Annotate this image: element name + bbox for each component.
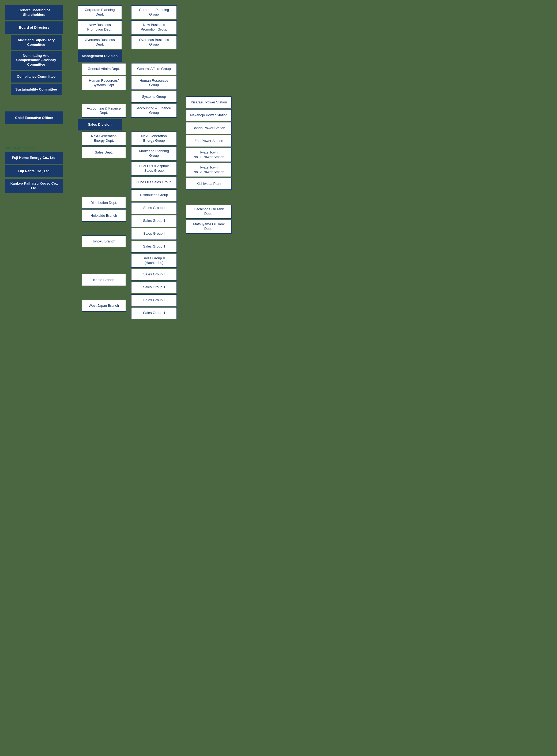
new-biz-dept-label: New Business Promotion Dept. xyxy=(87,23,113,32)
group-column: Corporate Planning Group New Business Pr… xyxy=(131,5,178,320)
audit-label: Audit and Supervisory Committee xyxy=(14,38,58,47)
kisarazu-box: Kisarazu Power Station xyxy=(186,96,232,108)
accounting-group-label: Accounting & Finance Group xyxy=(135,106,173,115)
hokkaido-sg2-box: Sales Group Ⅱ xyxy=(131,215,177,227)
kanto-sg2-label: Sales Group Ⅱ xyxy=(143,285,165,289)
group-companies-section: Group Companies Fuji Home Energy Co., Lt… xyxy=(5,146,63,193)
tohoku-sg3-box: Sales Group Ⅲ (Hachinohe) xyxy=(131,254,177,268)
fuel-oils-group-label: Fuel Oils & Asphalt Sales Group xyxy=(139,164,169,173)
next-gen-group-box: Next-Generation Energy Group xyxy=(131,132,177,145)
nominating-box: Nominating And Compensation Advisory Com… xyxy=(11,51,62,70)
iwate2-label: Iwate Town No. 2 Power Station xyxy=(193,165,225,174)
fuji-rental-box: Fuji Rental Co., Ltd. xyxy=(5,165,63,177)
kanto-branch-label: Kanto Branch xyxy=(93,278,114,282)
overseas-dept-label: Overseas Business Dept. xyxy=(81,38,118,47)
west-japan-branch-label: West Japan Branch xyxy=(89,304,119,308)
kisarazu-label: Kisarazu Power Station xyxy=(190,100,227,105)
tohoku-sg3-label: Sales Group Ⅲ (Hachinohe) xyxy=(143,256,166,265)
mgmt-div-box: Management Division xyxy=(78,50,122,62)
general-affairs-group-box: General Affairs Group xyxy=(131,63,177,75)
matsuyama-box: Matsuyama Oil Tank Depot xyxy=(186,220,232,233)
accounting-group-box: Accounting & Finance Group xyxy=(131,104,177,118)
compliance-box: Compliance Committee xyxy=(11,71,62,83)
sales-dept-label: Sales Dept. xyxy=(95,150,113,155)
tohoku-sg2-label: Sales Group Ⅱ xyxy=(143,244,165,249)
lube-group-box: Lube Oils Sales Group xyxy=(131,176,177,188)
org-chart: General Meeting of Shareholders Board of… xyxy=(5,5,552,326)
zao-box: Zao Power Station xyxy=(186,135,232,147)
tohoku-branch-label: Tohoku Branch xyxy=(92,239,115,244)
sales-div-box: Sales Division xyxy=(78,119,122,131)
hachinohe-box: Hachinohe Oil Tank Depot xyxy=(186,205,232,219)
spacer-tohoku xyxy=(78,248,123,274)
kankyo-box: Kankyo Kaihatsu Kogyo Co., Ltd. xyxy=(5,179,63,193)
sustainability-label: Sustainability Committee xyxy=(15,87,57,92)
marketing-group-label: Marketing Planning Group xyxy=(135,149,173,158)
tohoku-branch-box: Tohoku Branch xyxy=(82,235,126,247)
systems-group-label: Systems Group xyxy=(142,94,166,99)
corp-planning-group-box: Corporate Planning Group xyxy=(131,5,177,19)
fuel-oils-group-box: Fuel Oils & Asphalt Sales Group xyxy=(131,162,177,175)
shareholders-box: General Meeting of Shareholders xyxy=(5,5,63,20)
spacer-sales-groups xyxy=(78,159,123,197)
west-sg2-label: Sales Group Ⅱ xyxy=(143,311,165,315)
general-affairs-dept-label: General Affairs Dept. xyxy=(88,67,120,71)
corp-planning-dept-label: Corporate Planning Dept. xyxy=(81,8,118,17)
overseas-group-box: Overseas Business Group xyxy=(131,35,177,49)
spacer-hokkaido xyxy=(78,223,123,235)
nominating-label: Nominating And Compensation Advisory Com… xyxy=(14,54,58,67)
spacer-far-right-mid xyxy=(186,191,233,205)
west-sg1-box: Sales Group Ⅰ xyxy=(131,295,177,306)
ceo-label: Chief Executive Officer xyxy=(15,116,53,120)
nakanojo-box: Nakanojo Power Station xyxy=(186,109,232,121)
dept-column: Corporate Planning Dept. New Business Pr… xyxy=(78,5,123,326)
bando-box: Bando Power Station xyxy=(186,122,232,134)
kankyo-label: Kankyo Kaihatsu Kogyo Co., Ltd. xyxy=(9,181,59,191)
fuji-home-box: Fuji Home Energy Co., Ltd. xyxy=(5,152,63,164)
new-biz-dept-box: New Business Promotion Dept. xyxy=(78,20,122,34)
spacer-west xyxy=(78,313,123,326)
nakanojo-label: Nakanojo Power Station xyxy=(190,113,227,118)
fuji-rental-label: Fuji Rental Co., Ltd. xyxy=(18,169,50,174)
zao-label: Zao Power Station xyxy=(195,139,223,143)
kishiwada-label: Kishiwada Plant xyxy=(197,181,222,186)
kanto-branch-box: Kanto Branch xyxy=(82,274,126,286)
accounting-dept-box: Accounting & Finance Dept. xyxy=(82,104,126,118)
kishiwada-box: Kishiwada Plant xyxy=(186,178,232,190)
general-affairs-group-label: General Affairs Group xyxy=(137,67,171,71)
board-box: Board of Directors xyxy=(5,22,63,34)
sales-dept-box: Sales Dept. xyxy=(82,146,126,158)
mgmt-div-label: Management Division xyxy=(82,54,118,58)
tohoku-sg2-box: Sales Group Ⅱ xyxy=(131,241,177,253)
next-gen-dept-label: Next-Generation Energy Dept. xyxy=(91,134,116,143)
fuji-home-label: Fuji Home Energy Co., Ltd. xyxy=(12,156,56,160)
committees-group: Audit and Supervisory Committee Nominati… xyxy=(11,35,62,95)
accounting-dept-label: Accounting & Finance Dept. xyxy=(85,106,122,115)
spacer-mgmt-div-group xyxy=(131,50,178,63)
spacer-systems xyxy=(78,91,123,104)
kanto-sg2-box: Sales Group Ⅱ xyxy=(131,282,177,293)
hr-systems-dept-label: Human Resources/ Systems Dept. xyxy=(89,79,119,88)
distribution-dept-label: Distribution Dept. xyxy=(90,201,117,205)
hokkaido-branch-box: Hokkaido Branch xyxy=(82,210,126,222)
sales-div-label: Sales Division xyxy=(88,122,111,127)
group-companies-list: Fuji Home Energy Co., Ltd. Fuji Rental C… xyxy=(5,152,63,193)
marketing-group-box: Marketing Planning Group xyxy=(131,146,177,161)
bando-label: Bando Power Station xyxy=(193,126,225,131)
hokkaido-sg1-box: Sales Group Ⅰ xyxy=(131,202,177,214)
general-affairs-dept-box: General Affairs Dept. xyxy=(82,63,126,75)
corp-planning-group-label: Corporate Planning Group xyxy=(135,8,173,17)
kanto-sg1-label: Sales Group Ⅰ xyxy=(143,272,165,277)
distribution-group-label: Distribution Group xyxy=(140,193,168,197)
hachinohe-label: Hachinohe Oil Tank Depot xyxy=(189,207,228,216)
hr-group-label: Human Resources Group xyxy=(135,79,173,88)
west-sg1-label: Sales Group Ⅰ xyxy=(143,298,165,303)
left-column: General Meeting of Shareholders Board of… xyxy=(5,5,67,193)
spacer-sales-div-group xyxy=(131,119,178,132)
compliance-label: Compliance Committee xyxy=(17,75,55,79)
systems-group-box: Systems Group xyxy=(131,91,177,103)
hokkaido-sg2-label: Sales Group Ⅱ xyxy=(143,219,165,223)
kanto-sg1-box: Sales Group Ⅰ xyxy=(131,269,177,280)
lube-group-label: Lube Oils Sales Group xyxy=(137,180,172,185)
overseas-group-label: Overseas Business Group xyxy=(135,38,173,47)
